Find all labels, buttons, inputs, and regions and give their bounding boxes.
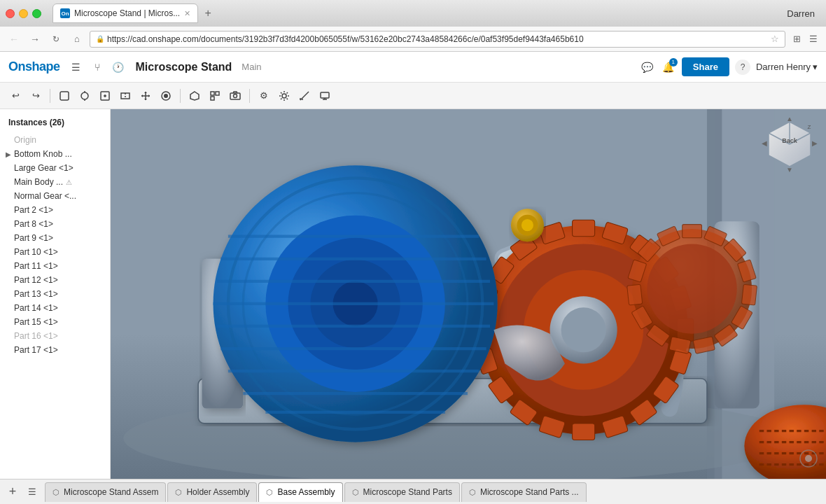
- sidebar-item-part10[interactable]: Part 10 <1>: [0, 245, 110, 259]
- url-bar[interactable]: 🔒 https://cad.onshape.com/documents/3192…: [90, 31, 785, 48]
- sidebar-item-normal-gear[interactable]: Normal Gear <...: [0, 189, 110, 203]
- bottom-tab-bar: + ☰ ⬡ Microscope Stand Assem ⬡ Holder As…: [0, 479, 826, 504]
- view-cube[interactable]: Back Z ▲ ▼ ◀ ▶: [762, 118, 818, 174]
- sidebar-item-part14[interactable]: Part 14 <1>: [0, 301, 110, 315]
- toolbar-divider-2: [180, 89, 181, 103]
- viewport-svg: {/* Simplified gear teeth as rectangles …: [111, 109, 826, 479]
- parts-icon: ⬡: [469, 488, 476, 497]
- tab-holder-assembly[interactable]: ⬡ Holder Assembly: [167, 482, 257, 502]
- sidebar-item-part15[interactable]: Part 15 <1>: [0, 315, 110, 329]
- isometric-view-button[interactable]: [185, 86, 204, 106]
- sidebar-item-label: Bottom Knob ...: [14, 149, 72, 159]
- window-controls[interactable]: [6, 9, 41, 18]
- tab-label: Microscope Stand Parts ...: [480, 487, 579, 497]
- sidebar-item-main-body[interactable]: Main Body ... ⚠: [0, 175, 110, 189]
- refresh-button[interactable]: ↻: [48, 31, 64, 48]
- document-title: Microscope Stand: [136, 61, 232, 74]
- instances-sidebar: Instances (26) Origin ▶ Bottom Knob ... …: [0, 109, 111, 479]
- zoom-fit-button[interactable]: [95, 86, 115, 106]
- tab-label: Microscope Stand Parts: [363, 487, 452, 497]
- history-icon[interactable]: 🕐: [111, 59, 126, 75]
- sidebar-item-large-gear[interactable]: Large Gear <1>: [0, 161, 110, 175]
- tab-favicon: On: [60, 8, 70, 18]
- branch-label: Main: [241, 62, 261, 72]
- settings-button[interactable]: ⚙: [254, 86, 274, 106]
- svg-rect-0: [60, 92, 69, 100]
- svg-point-12: [234, 94, 237, 97]
- user-menu-chevron-icon: ▾: [813, 62, 818, 72]
- tab-microscope-stand-parts[interactable]: ⬡ Microscope Stand Parts: [344, 482, 460, 502]
- svg-point-13: [282, 94, 286, 98]
- move-view-button[interactable]: [136, 86, 155, 106]
- svg-rect-10: [211, 97, 214, 100]
- notifications-button[interactable]: 🔔 1: [661, 59, 676, 75]
- sidebar-item-part13[interactable]: Part 13 <1>: [0, 287, 110, 301]
- preferences-button[interactable]: [274, 86, 294, 106]
- minimize-window-button[interactable]: [19, 9, 28, 18]
- address-bar-actions: ⊞ ☰: [790, 32, 820, 46]
- new-tab-button[interactable]: +: [200, 5, 216, 22]
- add-tab-button[interactable]: +: [3, 482, 22, 502]
- chat-button[interactable]: 💬: [640, 59, 655, 75]
- toolbar-divider-1: [50, 89, 50, 103]
- assembly-icon: ⬡: [175, 488, 182, 497]
- sidebar-item-part11[interactable]: Part 11 <1>: [0, 259, 110, 273]
- sidebar-item-part12[interactable]: Part 12 <1>: [0, 273, 110, 287]
- select-button[interactable]: [55, 86, 74, 106]
- sidebar-item-origin[interactable]: Origin: [0, 133, 110, 147]
- back-button[interactable]: ←: [6, 31, 22, 48]
- 3d-viewport[interactable]: {/* Simplified gear teeth as rectangles …: [111, 109, 826, 479]
- browser-tab-bar: On Microscope Stand | Micros... ✕ +: [52, 4, 216, 23]
- sidebar-item-part16[interactable]: Part 16 <1>: [0, 329, 110, 343]
- version-history-icon[interactable]: ⑂: [90, 59, 105, 75]
- assembly-icon: ⬡: [266, 488, 273, 497]
- svg-rect-8: [211, 92, 214, 95]
- active-browser-tab[interactable]: On Microscope Stand | Micros... ✕: [52, 4, 198, 23]
- user-menu[interactable]: Darren Henry ▾: [756, 62, 818, 72]
- look-at-button[interactable]: [156, 86, 176, 106]
- section-view-button[interactable]: [115, 86, 135, 106]
- ssl-icon: 🔒: [96, 35, 104, 43]
- bookmark-icon[interactable]: ☆: [771, 34, 779, 44]
- titlebar: On Microscope Stand | Micros... ✕ + Darr…: [0, 0, 826, 27]
- parts-icon: ⬡: [352, 488, 359, 497]
- redo-button[interactable]: ↪: [26, 86, 46, 106]
- rotate-view-button[interactable]: [75, 86, 94, 106]
- sidebar-item-part2[interactable]: Part 2 <1>: [0, 203, 110, 217]
- share-button[interactable]: Share: [682, 57, 729, 76]
- forward-button[interactable]: →: [27, 31, 43, 48]
- toolbar-divider-3: [249, 89, 250, 103]
- fullscreen-window-button[interactable]: [32, 9, 41, 18]
- measure-button[interactable]: [295, 86, 314, 106]
- sidebar-item-bottom-knob[interactable]: ▶ Bottom Knob ...: [0, 147, 110, 161]
- close-window-button[interactable]: [6, 9, 15, 18]
- help-button[interactable]: ?: [735, 59, 750, 75]
- sidebar-item-part9[interactable]: Part 9 <1>: [0, 231, 110, 245]
- svg-text:Back: Back: [782, 137, 798, 144]
- tab-close-button[interactable]: ✕: [184, 9, 190, 18]
- onshape-logo[interactable]: Onshape: [8, 59, 60, 74]
- svg-rect-9: [216, 92, 219, 95]
- rotation-indicator: [798, 448, 819, 472]
- tab-microscope-stand-parts-2[interactable]: ⬡ Microscope Stand Parts ...: [461, 482, 587, 502]
- tab-microscope-stand-assem[interactable]: ⬡ Microscope Stand Assem: [45, 482, 166, 502]
- svg-rect-17: [321, 92, 329, 98]
- instances-header: Instances (26): [0, 115, 110, 133]
- display-settings-button[interactable]: [315, 86, 335, 106]
- sidebar-item-part8[interactable]: Part 8 <1>: [0, 217, 110, 231]
- window-user-label: Darren: [787, 8, 815, 19]
- undo-button[interactable]: ↩: [6, 86, 25, 106]
- browser-menu-icon[interactable]: ☰: [806, 32, 820, 46]
- display-group: [185, 86, 245, 106]
- main-content: Instances (26) Origin ▶ Bottom Knob ... …: [0, 109, 826, 479]
- tab-base-assembly[interactable]: ⬡ Base Assembly: [258, 482, 342, 502]
- address-bar: ← → ↻ ⌂ 🔒 https://cad.onshape.com/docume…: [0, 27, 826, 52]
- tab-list-button[interactable]: ☰: [22, 482, 42, 502]
- camera-button[interactable]: [225, 86, 245, 106]
- svg-rect-72: [627, 284, 643, 305]
- home-button[interactable]: ⌂: [69, 31, 85, 48]
- standard-views-button[interactable]: [205, 86, 225, 106]
- hamburger-menu-icon[interactable]: ☰: [69, 59, 84, 75]
- browser-extensions-icon[interactable]: ⊞: [790, 32, 804, 46]
- sidebar-item-part17[interactable]: Part 17 <1>: [0, 343, 110, 357]
